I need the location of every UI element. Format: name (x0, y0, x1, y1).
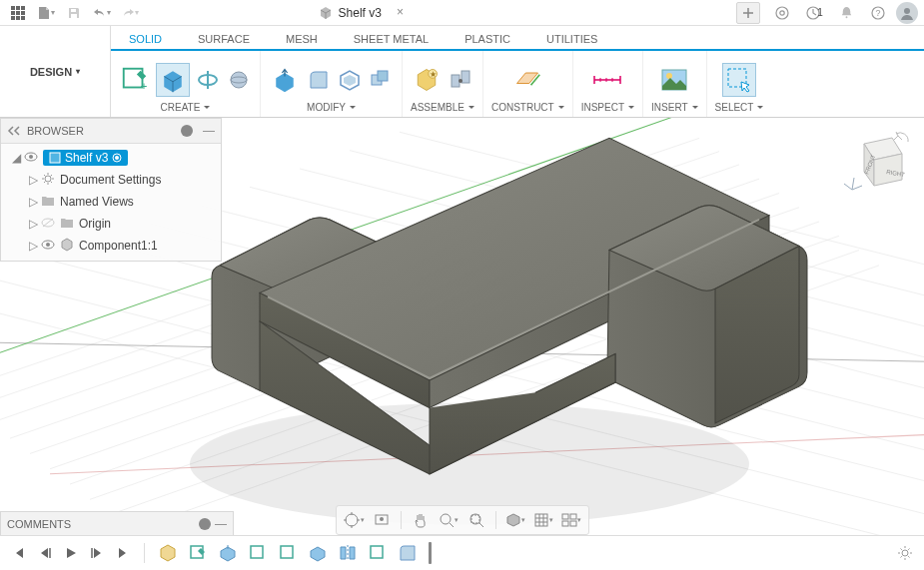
feature-sketch-icon[interactable] (187, 542, 209, 564)
fit-icon[interactable] (465, 509, 487, 531)
feature-sketch2-icon[interactable] (247, 542, 269, 564)
collapse-browser-icon[interactable] (7, 126, 21, 136)
tree-item-origin[interactable]: ▷ Origin (7, 213, 221, 235)
feature-mirror-icon[interactable] (337, 542, 359, 564)
construct-plane-icon[interactable] (511, 64, 543, 96)
feature-extrude2-icon[interactable] (307, 542, 329, 564)
job-status-icon[interactable]: 1 (800, 2, 828, 24)
feature-component-icon[interactable] (157, 542, 179, 564)
sphere-icon[interactable] (226, 67, 252, 93)
extrude-icon[interactable] (156, 63, 190, 97)
close-tab-icon[interactable]: × (397, 5, 404, 19)
ribbon-tab-row: SOLID SURFACE MESH SHEET METAL PLASTIC U… (111, 26, 924, 50)
timeline-end-icon[interactable] (114, 544, 132, 562)
revolve-icon[interactable] (195, 67, 221, 93)
undo-icon[interactable]: ▾ (90, 2, 114, 24)
radio-icon[interactable] (112, 153, 122, 163)
app-menu-icon[interactable] (6, 2, 30, 24)
grid-icon[interactable]: ▾ (532, 509, 554, 531)
orbit-icon[interactable]: ▾ (343, 509, 365, 531)
svg-rect-52 (562, 514, 568, 519)
panel-create-label[interactable]: CREATE (161, 102, 211, 113)
visibility-off-icon[interactable] (41, 217, 57, 231)
expander-icon[interactable]: ▷ (28, 239, 38, 253)
extensions-icon[interactable] (768, 2, 796, 24)
visibility-icon[interactable] (41, 239, 57, 253)
timeline-marker[interactable] (429, 542, 432, 564)
insert-icon[interactable] (658, 64, 690, 96)
fillet-icon[interactable] (306, 67, 332, 93)
panel-assemble-label[interactable]: ASSEMBLE (411, 102, 474, 113)
workspace-dropdown[interactable]: DESIGN ▾ (0, 26, 111, 117)
user-avatar[interactable] (896, 2, 918, 24)
browser-panel: BROWSER — ◢ Shelf v3 ▷ Document Settings (0, 118, 222, 262)
panel-inspect-label[interactable]: INSPECT (581, 102, 634, 113)
pan-icon[interactable] (410, 509, 432, 531)
comments-settings-icon[interactable] (199, 518, 211, 530)
shell-icon[interactable] (337, 67, 363, 93)
svg-rect-50 (471, 515, 479, 523)
zoom-icon[interactable]: ▾ (438, 509, 460, 531)
browser-header[interactable]: BROWSER — (1, 119, 221, 144)
tab-plastic[interactable]: PLASTIC (447, 29, 528, 50)
new-tab-button[interactable] (736, 2, 760, 24)
svg-rect-2 (21, 6, 25, 10)
tab-mesh[interactable]: MESH (268, 29, 336, 50)
comments-min-icon[interactable]: — (215, 517, 227, 531)
expander-icon[interactable]: ▷ (28, 217, 38, 231)
timeline-step-back-icon[interactable] (36, 544, 54, 562)
expander-icon[interactable]: ▷ (28, 195, 38, 209)
tab-sheet-metal[interactable]: SHEET METAL (336, 29, 447, 50)
feature-fillet-icon[interactable] (397, 542, 419, 564)
help-icon[interactable]: ? (864, 2, 892, 24)
tab-utilities[interactable]: UTILITIES (528, 29, 615, 50)
browser-settings-icon[interactable] (181, 125, 193, 137)
look-at-icon[interactable] (371, 509, 393, 531)
svg-rect-27 (452, 75, 460, 87)
panel-select-label[interactable]: SELECT (715, 102, 764, 113)
timeline-settings-icon[interactable] (896, 544, 914, 562)
svg-point-45 (346, 514, 358, 526)
joint-icon[interactable] (448, 67, 473, 93)
measure-icon[interactable] (591, 64, 623, 96)
panel-insert-label[interactable]: INSERT (651, 102, 698, 113)
document-tab[interactable]: Shelf v3 × (313, 0, 396, 25)
expander-icon[interactable]: ◢ (11, 151, 21, 165)
panel-construct: CONSTRUCT (483, 51, 573, 117)
file-new-icon[interactable]: ▾ (34, 2, 58, 24)
tab-solid[interactable]: SOLID (111, 29, 180, 50)
new-sketch-icon[interactable]: + (119, 64, 151, 96)
timeline-step-fwd-icon[interactable] (88, 544, 106, 562)
timeline-play-icon[interactable] (62, 544, 80, 562)
new-component-icon[interactable]: ★ (411, 64, 443, 96)
combine-icon[interactable] (368, 67, 394, 93)
feature-sketch3-icon[interactable] (277, 542, 299, 564)
tree-item-component[interactable]: ▷ Component1:1 (7, 235, 221, 257)
comments-bar[interactable]: COMMENTS — (0, 511, 234, 535)
display-style-icon[interactable]: ▾ (504, 509, 526, 531)
svg-rect-3 (11, 11, 15, 15)
feature-sketch4-icon[interactable] (367, 542, 389, 564)
ribbon: DESIGN ▾ SOLID SURFACE MESH SHEET METAL … (0, 26, 924, 118)
notifications-icon[interactable] (832, 2, 860, 24)
tab-surface[interactable]: SURFACE (180, 29, 268, 50)
redo-icon[interactable]: ▾ (118, 2, 142, 24)
save-icon[interactable] (62, 2, 86, 24)
tree-item-named-views[interactable]: ▷ Named Views (7, 191, 221, 213)
expander-icon[interactable]: ▷ (28, 173, 38, 187)
visibility-icon[interactable] (24, 151, 40, 165)
browser-min-icon[interactable]: — (203, 124, 215, 138)
viewport-layout-icon[interactable]: ▾ (560, 509, 582, 531)
panel-construct-label[interactable]: CONSTRUCT (491, 102, 564, 113)
timeline-start-icon[interactable] (10, 544, 28, 562)
select-icon[interactable] (722, 63, 756, 97)
feature-extrude-icon[interactable] (217, 542, 239, 564)
tree-root[interactable]: ◢ Shelf v3 (7, 147, 221, 169)
svg-point-60 (902, 550, 908, 556)
svg-point-38 (115, 156, 119, 160)
svg-rect-36 (50, 153, 60, 163)
panel-modify-label[interactable]: MODIFY (307, 102, 356, 113)
tree-item-document-settings[interactable]: ▷ Document Settings (7, 169, 221, 191)
view-cube[interactable]: FRONT RIGHT (840, 130, 912, 202)
press-pull-icon[interactable] (269, 64, 301, 96)
